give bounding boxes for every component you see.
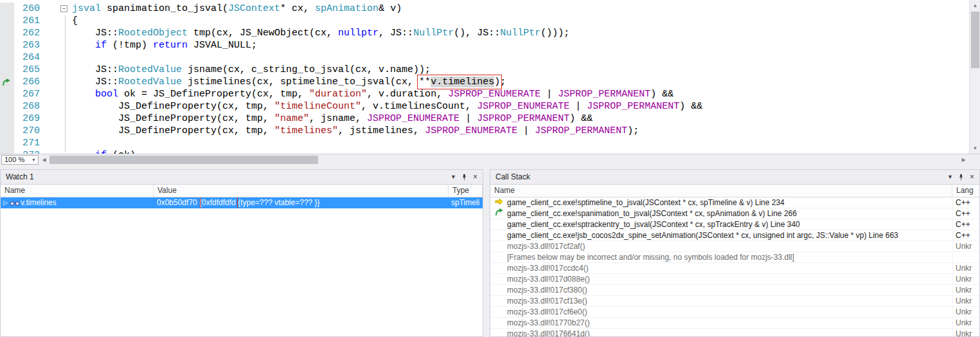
editor-vertical-scrollbar[interactable]: ▲ ▼ [969,0,980,154]
scroll-left-icon[interactable]: ◀ [39,157,49,163]
callstack-frame-name: game_client_cc.exe!jsb_cocos2dx_spine_se… [507,230,952,241]
code-text[interactable]: JS_DefineProperty(cx, tmp, "timelineCoun… [72,100,702,113]
expand-arrow-icon[interactable]: ▷ [1,197,9,208]
pin-icon[interactable] [459,172,470,183]
code-segment: , jsname, [309,113,367,124]
code-text[interactable]: JS::RootedValue jsname(cx, c_string_to_j… [72,64,431,76]
code-segment: RootedObject [118,28,188,39]
pin-icon[interactable] [956,172,967,183]
code-segment: JSPROP_ENUMERATE [367,113,459,124]
fold-margin [42,125,72,137]
code-segment: return [153,40,188,51]
callstack-column-headers: Name Lang [490,185,979,197]
watch-name-cell: ▷ v.timelines [1,197,154,208]
callstack-frame-name: mozjs-33.dll!017d088e() [507,274,952,284]
callstack-panel: Call Stack ▼ × Name Lang game_client_cc.… [490,169,980,337]
code-text[interactable]: jsval spanimation_to_jsval(JSContext* cx… [72,3,402,15]
code-text[interactable]: JS::RootedValue jstimelines(cx, sptimeli… [72,76,506,88]
scroll-up-icon[interactable]: ▲ [970,0,980,11]
callstack-frame-lang: Unkr [952,296,979,306]
scroll-down-icon[interactable]: ▼ [970,143,980,154]
callstack-row[interactable]: mozjs-33.dll!017cf2af()Unkr [490,241,979,252]
callstack-row[interactable]: mozjs-33.dll!017ccdc4()Unkr [490,263,979,274]
code-text[interactable]: JS_DefineProperty(cx, tmp, "name", jsnam… [72,113,592,125]
code-segment: , v.duration, [367,89,448,100]
watch-row[interactable]: ▷ v.timelines 0x0b50df70 {0xfdfdfdfd {ty… [1,197,483,208]
column-header-name[interactable]: Name [1,185,154,197]
callstack-frame-lang: C++ [952,219,979,230]
zoom-level-combo[interactable]: 100 % ▼ [1,155,39,165]
callstack-frame-name: mozjs-33.dll!017cf13e() [507,296,952,306]
close-icon[interactable]: × [967,172,977,183]
callstack-row[interactable]: mozjs-33.dll!017cf380()Unkr [490,285,979,296]
vertical-scroll-thumb[interactable] [971,12,979,68]
code-segment: ())); [540,28,569,39]
code-text[interactable]: JS::RootedObject tmp(cx, JS_NewObject(cx… [72,27,569,39]
code-text[interactable]: if (ok) [72,149,136,154]
callstack-row[interactable]: game_client_cc.exe!spanimation_to_jsval(… [490,208,979,219]
fold-margin [42,137,72,149]
line-number: 270 [14,125,42,137]
code-segment: if [95,40,107,51]
code-segment: (!tmp) [107,40,153,51]
callstack-row[interactable]: mozjs-33.dll!017cf13e()Unkr [490,296,979,307]
column-header-type[interactable]: Type [449,185,483,197]
column-header-lang[interactable]: Lang [952,185,979,197]
code-segment: ; [500,77,506,87]
watch-panel-title: Watch 1 [6,172,34,181]
code-segment: 0x0b50df70 { [157,198,202,207]
code-text[interactable]: JS_DefineProperty(cx, tmp, "timelines", … [72,125,639,137]
fold-margin [42,88,72,100]
callstack-row[interactable]: mozjs-33.dll!017cf6e0()Unkr [490,307,979,318]
watch-panel-header[interactable]: Watch 1 ▼ × [1,170,483,185]
line-number: 261 [14,15,42,27]
callstack-frame-name: mozjs-33.dll!017ccdc4() [507,263,952,273]
code-line-261: 261{ [0,15,969,27]
callstack-row[interactable]: game_client_cc.exe!jsb_cocos2dx_spine_se… [490,230,979,241]
callstack-panel-header[interactable]: Call Stack ▼ × [490,170,979,185]
editor-horizontal-scrollbar[interactable] [49,154,958,165]
code-line-263: 263 if (!tmp) return JSVAL_NULL; [0,39,969,51]
callstack-frame-name: game_client_cc.exe!sptrackentry_to_jsval… [507,219,952,230]
code-segment: tmp(cx, JS_NewObject(cx, [188,28,338,39]
callstack-row[interactable]: [Frames below may be incorrect and/or mi… [490,252,979,263]
code-line-266: 266 JS::RootedValue jstimelines(cx, spti… [0,76,969,88]
callstack-row[interactable]: mozjs-33.dll!017d088e()Unkr [490,274,979,285]
code-line-270: 270 JS_DefineProperty(cx, tmp, "timeline… [0,125,969,137]
horizontal-scroll-thumb[interactable] [49,156,318,164]
callstack-row-gutter [490,274,507,284]
window-menu-icon[interactable]: ▼ [945,172,956,183]
callstack-frame-lang: C++ [952,208,979,219]
window-menu-icon[interactable]: ▼ [448,172,459,183]
code-text[interactable]: bool ok = JS_DefineProperty(cx, tmp, "du… [72,88,673,100]
code-segment: JS:: [72,77,118,87]
fold-margin [42,27,72,39]
code-segment: "timelineCount" [274,101,361,112]
code-editor[interactable]: 260−jsval spanimation_to_jsval(JSContext… [0,0,969,154]
callstack-row[interactable]: game_client_cc.exe!sptimeline_to_jsval(J… [490,197,979,208]
indicator-margin [0,88,14,100]
callstack-row[interactable]: game_client_cc.exe!sptrackentry_to_jsval… [490,219,979,230]
code-line-272: 272 if (ok) [0,149,969,154]
callstack-row[interactable]: mozjs-33.dll!01770b27()Unkr [490,318,979,329]
indicator-margin [0,3,14,15]
callstack-row-gutter [490,197,507,208]
fold-collapse-icon[interactable]: − [60,5,67,12]
code-segment: ) && [679,101,702,112]
code-segment: ) && [650,89,673,100]
callstack-frame-lang: Unkr [952,318,979,328]
line-number: 265 [14,64,42,76]
scroll-right-icon[interactable]: ▶ [958,157,969,163]
watch-panel: Watch 1 ▼ × Name Value Type ▷ v.timeline… [0,169,483,337]
code-text[interactable]: { [72,15,78,27]
column-header-value[interactable]: Value [154,185,449,197]
callstack-row[interactable]: mozjs-33.dll!0176641d()Unkr [490,329,979,337]
line-number: 267 [14,88,42,100]
callstack-frame-lang: C++ [952,197,979,208]
callstack-frame-lang: Unkr [952,263,979,273]
close-icon[interactable]: × [470,172,481,183]
code-segment: spAnimation [315,3,379,14]
callstack-frame-lang: C++ [952,230,979,241]
column-header-name[interactable]: Name [490,185,952,197]
code-text[interactable]: if (!tmp) return JSVAL_NULL; [72,39,257,51]
